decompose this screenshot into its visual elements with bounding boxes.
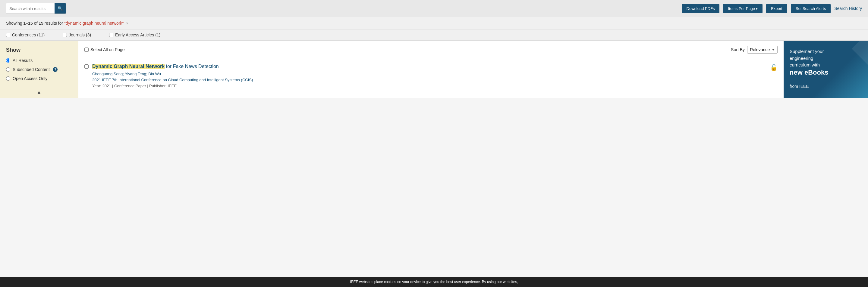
result-authors[interactable]: Chenguang Song; Yiyang Teng; Bin Wu	[92, 72, 767, 76]
filter-early-access-label: Early Access Articles (1)	[115, 33, 160, 37]
search-within-container: 🔍	[6, 3, 66, 14]
results-total: 15	[38, 21, 43, 26]
search-history-link[interactable]: Search History	[834, 6, 862, 11]
show-subscribed-radio[interactable]	[6, 67, 10, 72]
result-title[interactable]: Dynamic Graph Neural Network for Fake Ne…	[92, 63, 767, 70]
show-all-radio[interactable]	[6, 58, 10, 63]
search-icon: 🔍	[58, 6, 63, 11]
result-meta: Year: 2021 | Conference Paper | Publishe…	[92, 84, 767, 88]
main-content: Show All Results Subscribed Content ? Op…	[0, 41, 868, 98]
download-pdfs-button[interactable]: Download PDFs	[682, 4, 720, 13]
open-access-icon: 🔓	[770, 64, 778, 71]
export-button[interactable]: Export	[766, 4, 787, 13]
filter-conferences[interactable]: Conferences (11)	[6, 33, 44, 37]
result-checkbox[interactable]	[84, 64, 89, 69]
filter-early-access-checkbox[interactable]	[109, 33, 113, 37]
search-query: "dynamic graph neural network"	[64, 21, 124, 26]
sidebar: Show All Results Subscribed Content ? Op…	[0, 41, 79, 98]
sort-container: Sort By Relevance Date Title	[731, 46, 778, 53]
sidebar-collapse-button[interactable]: ▲	[0, 87, 79, 98]
sidebar-title: Show	[6, 47, 72, 53]
filter-conferences-label: Conferences (11)	[12, 33, 44, 37]
ad-line3: curriculum with	[789, 62, 820, 67]
filter-journals-label: Journals (3)	[69, 33, 91, 37]
filter-journals-checkbox[interactable]	[63, 33, 67, 37]
ad-line2: engineering	[789, 56, 813, 61]
set-alerts-button[interactable]: Set Search Alerts	[791, 4, 831, 13]
search-within-input[interactable]	[6, 3, 55, 13]
ad-line1: Supplement your	[789, 49, 824, 54]
results-controls: Select All on Page Sort By Relevance Dat…	[84, 46, 778, 53]
result-checkbox-container	[84, 64, 89, 70]
result-title-highlight: Dynamic Graph Neural Network	[92, 64, 164, 69]
items-per-page-button[interactable]: Items Per Page	[723, 4, 763, 13]
show-subscribed-label: Subscribed Content	[13, 67, 50, 72]
sort-select[interactable]: Relevance Date Title	[747, 46, 778, 53]
ad-from-text: from IEEE	[789, 84, 809, 89]
of-label: of	[34, 21, 39, 26]
select-all-checkbox[interactable]	[84, 47, 89, 52]
ad-strong-text: new eBooks	[789, 69, 862, 76]
result-item: Dynamic Graph Neural Network for Fake Ne…	[84, 58, 778, 93]
filter-row: Conferences (11) Journals (3) Early Acce…	[0, 30, 868, 41]
show-subscribed[interactable]: Subscribed Content ?	[6, 67, 72, 72]
select-all-container[interactable]: Select All on Page	[84, 47, 125, 52]
results-label: results for	[44, 21, 64, 26]
show-all-results[interactable]: All Results	[6, 58, 72, 63]
chevron-up-icon: ▲	[36, 89, 42, 96]
subscribed-help-icon[interactable]: ?	[53, 67, 58, 72]
showing-label: Showing	[6, 21, 24, 26]
result-journal[interactable]: 2021 IEEE 7th International Conference o…	[92, 78, 767, 82]
show-all-label: All Results	[13, 58, 33, 63]
filter-journals[interactable]: Journals (3)	[63, 33, 91, 37]
results-header: Showing 1–15 of 15 results for "dynamic …	[0, 17, 868, 30]
toolbar: 🔍 Download PDFs Items Per Page Export Se…	[0, 0, 868, 17]
result-title-suffix: for Fake News Detection	[166, 64, 219, 69]
show-filter-group: All Results Subscribed Content ? Open Ac…	[6, 58, 72, 81]
filter-early-access[interactable]: Early Access Articles (1)	[109, 33, 160, 37]
ad-text: Supplement your engineering curriculum w…	[789, 48, 862, 90]
show-open-access-label: Open Access Only	[13, 76, 47, 81]
results-range: 1–15	[24, 21, 33, 26]
show-open-access-radio[interactable]	[6, 76, 10, 81]
filter-conferences-checkbox[interactable]	[6, 33, 10, 37]
select-all-label: Select All on Page	[90, 47, 125, 52]
results-panel: Select All on Page Sort By Relevance Dat…	[79, 41, 784, 98]
show-open-access[interactable]: Open Access Only	[6, 76, 72, 81]
result-content: Dynamic Graph Neural Network for Fake Ne…	[92, 63, 767, 88]
clear-query-button[interactable]: ×	[126, 21, 128, 26]
search-within-button[interactable]: 🔍	[55, 3, 66, 13]
sort-by-label: Sort By	[731, 47, 745, 52]
ad-banner[interactable]: Supplement your engineering curriculum w…	[784, 41, 868, 98]
